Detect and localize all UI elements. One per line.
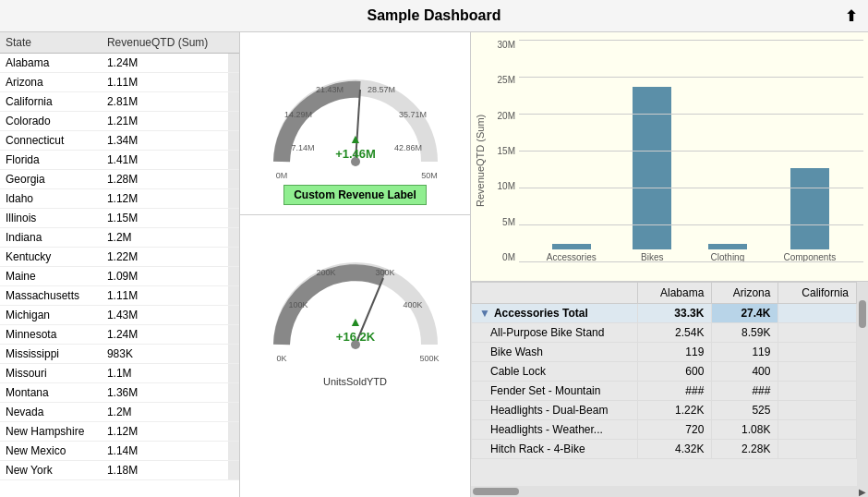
y-label-15m: 15M [498, 146, 515, 156]
data-table-row[interactable]: Headlights - Weather... 720 1.08K [472, 420, 857, 440]
data-table-row[interactable]: All-Purpose Bike Stand 2.54K 8.59K [472, 323, 857, 343]
svg-text:7.14M: 7.14M [291, 143, 314, 152]
right-scroll-arrow[interactable]: ▶ [859, 487, 866, 497]
hscroll-thumb [473, 488, 519, 495]
state-value: 1.14M [102, 442, 228, 461]
row-name: Bike Wash [472, 343, 638, 362]
state-value: 1.2M [102, 228, 228, 248]
state-table-row[interactable]: Alabama1.24M [0, 54, 239, 73]
row-arizona: 8.59K [712, 323, 778, 343]
gauge2-container: ▲ +16.2K 0K 100K 200K 300K 400K 500K Uni… [254, 224, 457, 387]
state-table-row[interactable]: Minnesota1.24M [0, 325, 239, 345]
state-table-row[interactable]: Illinois1.15M [0, 209, 239, 228]
grid-line-4 [519, 151, 863, 152]
state-table-row[interactable]: Kentucky1.22M [0, 248, 239, 267]
state-table-row[interactable]: New York1.18M [0, 461, 239, 480]
data-table-row[interactable]: Hitch Rack - 4-Bike 4.32K 2.28K [472, 440, 857, 459]
svg-text:▲: ▲ [349, 131, 362, 146]
data-table-row[interactable]: Bike Wash 119 119 [472, 343, 857, 362]
hscroll-bar[interactable]: ▶ [471, 486, 868, 497]
row-scroll-cell [228, 383, 239, 403]
row-name: All-Purpose Bike Stand [472, 323, 638, 343]
state-table-row[interactable]: Idaho1.12M [0, 189, 239, 209]
row-alabama: 1.22K [638, 401, 712, 420]
state-value: 1.36M [102, 383, 228, 403]
state-table-row[interactable]: Mississippi983K [0, 345, 239, 364]
state-table-row[interactable]: Montana1.36M [0, 383, 239, 403]
row-scroll-cell [228, 209, 239, 228]
grid-line-5 [519, 188, 863, 188]
state-table-row[interactable]: Michigan1.43M [0, 306, 239, 325]
data-table-area: Alabama Arizona California ▼Accessories … [471, 282, 868, 497]
row-california [778, 362, 857, 382]
data-table-row[interactable]: Cable Lock 600 400 [472, 362, 857, 382]
dt-col-arizona: Arizona [712, 283, 778, 304]
svg-text:35.71M: 35.71M [398, 110, 426, 119]
gauge-divider [240, 214, 470, 215]
row-arizona: 2.28K [712, 440, 778, 459]
grid-bars: Accessories Bikes Clothing [519, 40, 863, 281]
row-arizona: 1.08K [712, 420, 778, 440]
state-table-row[interactable]: Indiana1.2M [0, 228, 239, 248]
state-table-row[interactable]: Connecticut1.34M [0, 131, 239, 151]
grid-line-6 [519, 224, 863, 225]
data-table: Alabama Arizona California ▼Accessories … [471, 282, 857, 459]
state-table-container[interactable]: State RevenueQTD (Sum) Alabama1.24MArizo… [0, 32, 239, 497]
row-scroll-cell [228, 131, 239, 151]
state-table-row[interactable]: New Hampshire1.12M [0, 422, 239, 442]
state-value: 1.1M [102, 364, 228, 383]
state-value: 1.41M [102, 151, 228, 170]
row-california [778, 304, 857, 323]
state-value: 1.43M [102, 306, 228, 325]
state-table-row[interactable]: Massachusetts1.11M [0, 286, 239, 306]
svg-text:0M: 0M [275, 171, 287, 180]
scroll-header [228, 32, 239, 54]
row-scroll-cell [228, 267, 239, 286]
bar-chart-area: RevenueQTD (Sum) 30M 25M 20M 15M 10M 5M [471, 32, 868, 282]
state-table-row[interactable]: Georgia1.28M [0, 170, 239, 189]
state-table-row[interactable]: Maine1.09M [0, 267, 239, 286]
share-icon[interactable]: ⬆ [845, 7, 857, 25]
y-label-20m: 20M [498, 111, 515, 121]
data-table-row[interactable]: ▼Accessories Total 33.3K 27.4K [472, 304, 857, 323]
grid-line-3 [519, 114, 863, 115]
state-table-row[interactable]: Colorado1.21M [0, 112, 239, 131]
row-california [778, 343, 857, 362]
data-table-wrap[interactable]: Alabama Arizona California ▼Accessories … [471, 282, 857, 486]
row-scroll-cell [228, 170, 239, 189]
state-name: Montana [0, 383, 102, 403]
grid-line-2 [519, 77, 863, 78]
dashboard-title: Sample Dashboard [368, 7, 501, 24]
data-table-vscroll[interactable] [857, 282, 868, 486]
row-alabama: ### [638, 382, 712, 401]
state-table-row[interactable]: Nevada1.2M [0, 403, 239, 422]
data-table-row[interactable]: Fender Set - Mountain ### ### [472, 382, 857, 401]
expand-arrow[interactable]: ▼ [479, 307, 490, 320]
state-name: Illinois [0, 209, 102, 228]
grid-line-7 [519, 261, 863, 262]
col-revenue-header: RevenueQTD (Sum) [102, 32, 228, 54]
state-name: New Mexico [0, 442, 102, 461]
row-scroll-cell [228, 286, 239, 306]
state-table-row[interactable]: California2.81M [0, 92, 239, 112]
state-table-row[interactable]: Arizona1.11M [0, 73, 239, 92]
svg-text:50M: 50M [421, 171, 438, 180]
row-name[interactable]: ▼Accessories Total [472, 304, 638, 323]
row-scroll-cell [228, 151, 239, 170]
row-alabama: 600 [638, 362, 712, 382]
row-scroll-cell [228, 422, 239, 442]
dt-col-california: California [778, 283, 857, 304]
state-table-row[interactable]: Missouri1.1M [0, 364, 239, 383]
content-area: State RevenueQTD (Sum) Alabama1.24MArizo… [0, 32, 868, 497]
row-california [778, 323, 857, 343]
state-table-row[interactable]: Florida1.41M [0, 151, 239, 170]
row-california [778, 420, 857, 440]
data-table-row[interactable]: Headlights - Dual-Beam 1.22K 525 [472, 401, 857, 420]
y-label-0m: 0M [502, 252, 515, 262]
state-name: Michigan [0, 306, 102, 325]
row-name: Headlights - Dual-Beam [472, 401, 638, 420]
row-name: Hitch Rack - 4-Bike [472, 440, 638, 459]
state-table-row[interactable]: New Mexico1.14M [0, 442, 239, 461]
row-alabama: 33.3K [638, 304, 712, 323]
row-scroll-cell [228, 228, 239, 248]
